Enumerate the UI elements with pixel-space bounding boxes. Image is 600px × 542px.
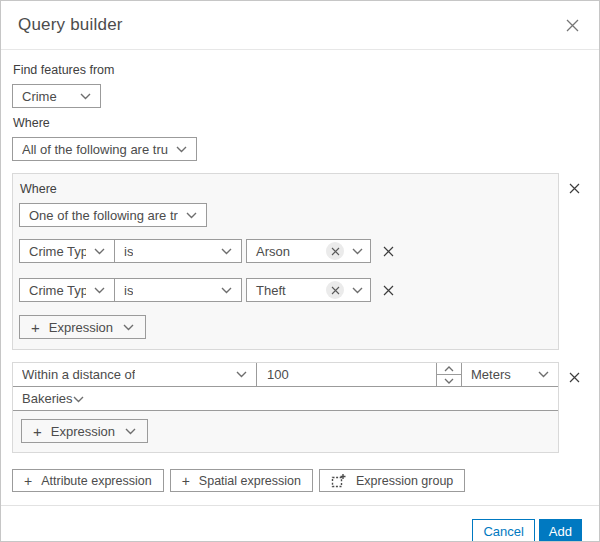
value-chip-label: Theft [256,283,286,298]
add-button[interactable]: Add [539,519,582,542]
chevron-down-icon [73,391,84,406]
unit-select-value: Meters [471,367,511,382]
remove-condition-icon[interactable] [380,282,397,299]
spatial-expression-group: Within a distance of [12,362,589,453]
value-combobox[interactable]: Arson [246,239,371,263]
plus-icon: + [31,320,40,335]
chevron-down-icon [178,212,197,219]
chevron-down-icon [213,287,232,294]
chevron-down-icon [86,287,105,294]
add-attribute-expression-button[interactable]: + Attribute expression [12,469,164,492]
expression-group-icon [331,473,347,488]
group-where-label: Where [20,182,552,196]
close-icon[interactable] [562,15,582,35]
chevron-down-icon [86,248,105,255]
query-builder-dialog: Query builder Find features from Crime W… [0,0,600,542]
dialog-footer: Cancel Add [1,505,599,542]
add-expression-button[interactable]: + Expression [19,315,146,339]
condition-row: Crime Type is Theft [19,278,552,302]
remove-group-icon[interactable] [566,180,583,197]
operator-select[interactable]: is [114,239,242,263]
expression-group-label: Expression group [356,474,453,488]
expression-group-1: Where One of the following are tr… Crime… [12,173,589,350]
dialog-title: Query builder [18,15,123,35]
spatial-expression-label: Spatial expression [199,474,301,488]
operator-select-value: is [124,244,133,259]
remove-group-icon[interactable] [566,369,583,386]
value-combobox[interactable]: Theft [246,278,371,302]
layer-select[interactable]: Crime [12,84,101,108]
distance-input[interactable] [257,363,436,386]
chevron-down-icon [530,371,549,378]
spatial-condition-row: Within a distance of [13,363,558,387]
value-chip-label: Arson [256,244,290,259]
chevron-down-icon [352,287,363,294]
condition-row: Crime Type is Arson [19,239,552,263]
attribute-expression-label: Attribute expression [41,474,151,488]
target-layer-select[interactable]: Bakeries [13,387,558,411]
operator-select[interactable]: is [114,278,242,302]
plus-icon: + [182,474,190,488]
find-features-label: Find features from [13,63,589,77]
match-mode-select[interactable]: All of the following are true [12,137,197,161]
field-select[interactable]: Crime Type [19,278,115,302]
field-select[interactable]: Crime Type [19,239,115,263]
distance-stepper [436,363,461,386]
stepper-up-icon[interactable] [437,363,461,375]
operator-select-value: is [124,283,133,298]
spatial-operator-select[interactable]: Within a distance of [13,363,256,386]
expression-group-1-box: Where One of the following are tr… Crime… [12,173,559,350]
chevron-down-icon [228,371,247,378]
where-label: Where [13,116,589,130]
chevron-down-icon [213,248,232,255]
add-expression-label: Expression [49,320,113,335]
chevron-down-icon [125,428,136,435]
stepper-down-icon[interactable] [437,375,461,386]
chevron-down-icon [352,248,363,255]
spatial-expression-box: Within a distance of [12,362,559,453]
field-select-value: Crime Type [29,283,86,298]
group-match-mode-value: One of the following are tr… [29,208,178,223]
layer-select-value: Crime [22,89,57,104]
chevron-down-icon [72,93,91,100]
distance-field-wrap [256,363,436,386]
cancel-button[interactable]: Cancel [472,519,534,542]
chevron-down-icon [123,324,134,331]
add-expression-group-button[interactable]: Expression group [319,469,465,492]
remove-condition-icon[interactable] [380,243,397,260]
plus-icon: + [24,474,32,488]
match-mode-value: All of the following are true [22,142,168,157]
dialog-header: Query builder [1,1,599,50]
add-spatial-expression-button[interactable]: + Spatial expression [170,469,313,492]
target-layer-value: Bakeries [22,391,73,406]
field-select-value: Crime Type [29,244,86,259]
chip-remove-icon[interactable] [326,242,344,260]
dialog-body: Find features from Crime Where All of th… [1,50,599,492]
chip-remove-icon[interactable] [326,281,344,299]
unit-select[interactable]: Meters [461,363,558,386]
add-expression-button[interactable]: + Expression [21,419,148,443]
chevron-down-icon [168,146,187,153]
spatial-operator-value: Within a distance of [22,367,135,382]
add-expression-label: Expression [51,424,115,439]
group-match-mode-select[interactable]: One of the following are tr… [19,203,207,227]
plus-icon: + [33,424,42,439]
expression-actions-row: + Attribute expression + Spatial express… [12,469,589,492]
